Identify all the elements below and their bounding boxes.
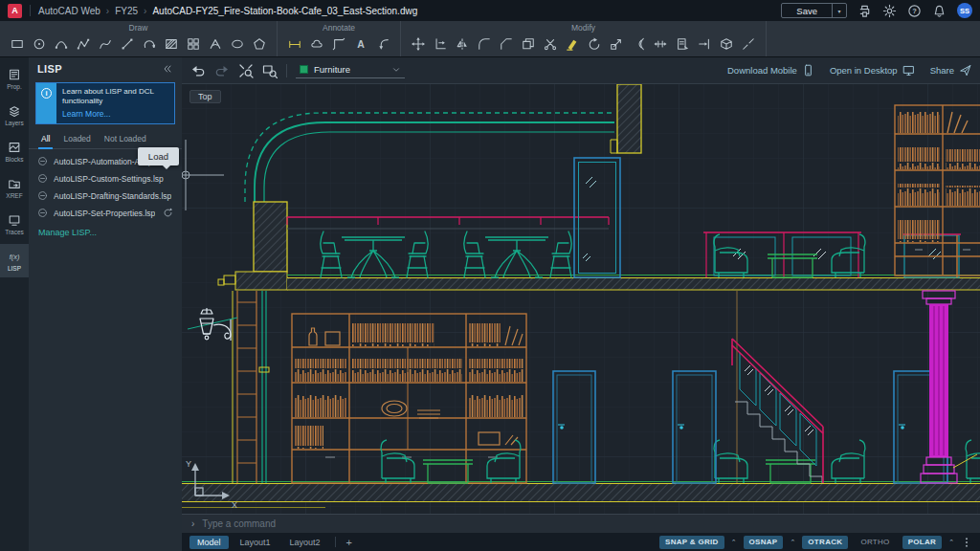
collapse-panel-icon[interactable] (162, 63, 173, 75)
stretch-icon (654, 37, 667, 51)
scale-tool[interactable] (606, 33, 627, 55)
properties-icon (8, 68, 21, 81)
match-properties-tool[interactable] (672, 33, 693, 55)
zoom-window-button[interactable] (262, 63, 278, 78)
help-button[interactable]: ? (907, 4, 922, 18)
stretch-tool[interactable] (650, 33, 671, 55)
zoom-extents-button[interactable] (238, 63, 254, 78)
lisp-tab-not-loaded[interactable]: Not Loaded (98, 131, 153, 148)
block-tool[interactable] (183, 33, 204, 55)
sidebar-item-layers[interactable]: Layers (0, 99, 29, 132)
toggle-ortho[interactable]: ORTHO (855, 536, 895, 549)
lisp-tab-loaded[interactable]: Loaded (56, 131, 97, 148)
learn-more-link[interactable]: Learn More... (62, 109, 168, 120)
add-layout-button[interactable]: + (343, 537, 356, 548)
leader-tool[interactable] (372, 33, 393, 55)
sidebar-item-label: Prop. (7, 83, 22, 90)
break-tool[interactable] (738, 33, 759, 55)
refresh-icon[interactable] (163, 208, 173, 218)
toggle-otrack[interactable]: OTRACK (802, 536, 848, 549)
sidebar-item-xref[interactable]: XREF (0, 171, 29, 205)
caret-up-icon[interactable]: ⌃ (790, 539, 795, 546)
spline-tool[interactable] (95, 33, 116, 55)
command-input[interactable]: Type a command (202, 518, 276, 529)
traces-icon (8, 213, 21, 227)
redo-button[interactable] (214, 63, 230, 78)
autocad-logo[interactable]: A (8, 4, 22, 18)
hatch-tool[interactable] (161, 33, 182, 55)
sidebar-item-blocks[interactable]: Blocks (0, 135, 29, 168)
more-options-button[interactable] (961, 537, 972, 548)
tab-layout2[interactable]: Layout2 (282, 536, 328, 549)
lisp-file-row[interactable]: AutoLISP-Drafting-Standards.lsp (29, 187, 182, 205)
lisp-filter-tabs: AllLoadedNot Loaded (29, 131, 182, 149)
sidebar-item-lisp[interactable]: f(x)LISP (0, 244, 29, 277)
tab-model[interactable]: Model (189, 536, 229, 549)
download-mobile-button[interactable]: Download Mobile (727, 64, 814, 77)
align-tool[interactable] (430, 33, 451, 55)
fillet-icon (478, 37, 491, 51)
save-button[interactable]: Save (782, 4, 832, 17)
move-tool[interactable] (408, 33, 429, 55)
angular-dimension-icon (332, 37, 345, 51)
view-orientation-control[interactable]: Top (189, 90, 221, 103)
tab-layout1[interactable]: Layout1 (233, 536, 278, 549)
text-tool[interactable]: A (350, 33, 371, 55)
extend-tool[interactable] (694, 33, 715, 55)
drawing-viewport[interactable]: Top (182, 84, 980, 514)
breadcrumb-item[interactable]: AutoCAD-FY25_Fire-Station-Book-Cafe_03_E… (152, 6, 417, 16)
polyline-tool[interactable] (73, 33, 94, 55)
offset-tool[interactable] (628, 33, 649, 55)
share-button[interactable]: Share (930, 64, 971, 77)
line-icon (121, 37, 134, 51)
chamfer-tool[interactable] (496, 33, 517, 55)
polygon-tool[interactable] (249, 33, 270, 55)
circle-tool[interactable] (29, 33, 50, 55)
scale-icon (610, 37, 623, 51)
toggle-osnap[interactable]: OSNAP (744, 536, 784, 549)
lisp-tab-all[interactable]: All (34, 131, 56, 148)
arc-tool[interactable] (51, 33, 72, 55)
line-tool[interactable] (117, 33, 138, 55)
rectangle-tool[interactable] (7, 33, 28, 55)
save-dropdown-button[interactable] (832, 4, 846, 17)
lisp-file-row[interactable]: AutoLISP-Custom-Settings.lsp (29, 170, 182, 187)
polygon-icon (253, 37, 266, 51)
ribbon-group-draw: Draw (0, 21, 278, 56)
angular-dimension-tool[interactable] (328, 33, 349, 55)
open-in-desktop-button[interactable]: Open in Desktop (830, 64, 915, 77)
breadcrumb-item[interactable]: FY25 (115, 6, 138, 16)
erase-tool[interactable] (562, 33, 583, 55)
svg-text:Y: Y (186, 459, 191, 469)
rotate-tool[interactable] (584, 33, 605, 55)
notifications-button[interactable] (932, 4, 947, 18)
trim-tool[interactable] (540, 33, 561, 55)
sidebar-item-prop[interactable]: Prop. (0, 62, 29, 96)
toggle-polar[interactable]: POLAR (902, 536, 943, 549)
toggle-snap-grid[interactable]: SNAP & GRID (659, 536, 724, 549)
arc-continue-icon (143, 37, 156, 51)
match-properties-icon (676, 37, 689, 51)
explode-tool[interactable] (716, 33, 737, 55)
caret-up-icon[interactable]: ⌃ (731, 539, 737, 546)
layer-dropdown[interactable]: Furniture (296, 62, 405, 78)
settings-button[interactable] (882, 4, 897, 18)
lisp-file-row[interactable]: AutoLISP-Set-Properties.lsp (29, 205, 182, 222)
avatar[interactable]: SS (957, 3, 972, 18)
copy-tool[interactable] (518, 33, 539, 55)
mirror-tool[interactable] (452, 33, 473, 55)
dimension-tool[interactable] (284, 33, 305, 55)
fillet-tool[interactable] (474, 33, 495, 55)
sidebar-item-traces[interactable]: Traces (0, 208, 29, 241)
measure-tool[interactable] (205, 33, 226, 55)
caret-up-icon[interactable]: ⌃ (948, 539, 954, 546)
printer-button[interactable] (858, 4, 872, 18)
ellipse-tool[interactable] (227, 33, 248, 55)
revision-cloud-tool[interactable] (306, 33, 327, 55)
command-bar[interactable]: › Type a command (182, 514, 980, 533)
manage-lisp-link[interactable]: Manage LISP... (29, 222, 182, 243)
arc-continue-tool[interactable] (139, 33, 160, 55)
sidebar-item-label: XREF (6, 192, 22, 199)
undo-button[interactable] (190, 63, 206, 78)
breadcrumb-item[interactable]: AutoCAD Web (38, 6, 100, 16)
